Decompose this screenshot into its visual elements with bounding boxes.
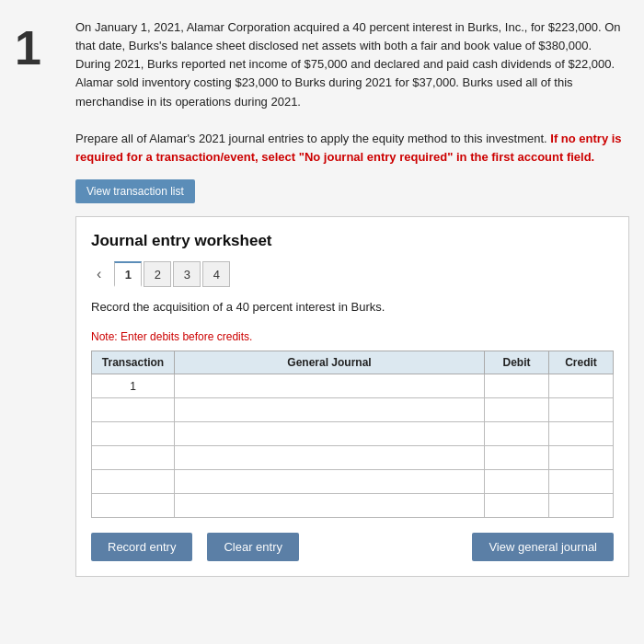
bottom-buttons: Record entry Clear entry View general jo… <box>91 533 614 561</box>
row4-credit-input[interactable] <box>549 446 614 470</box>
row1-transaction: 1 <box>92 374 175 398</box>
table-row <box>92 422 614 446</box>
tab-2[interactable]: 2 <box>144 261 171 287</box>
row2-transaction <box>92 398 175 422</box>
worksheet-title: Journal entry worksheet <box>91 232 614 250</box>
journal-table: Transaction General Journal Debit Credit… <box>91 351 614 518</box>
row5-credit-input[interactable] <box>549 470 614 494</box>
col-header-transaction: Transaction <box>92 351 175 374</box>
tab-prev-arrow[interactable]: ‹ <box>91 262 107 286</box>
table-row <box>92 470 614 494</box>
row2-debit-input[interactable] <box>485 398 549 422</box>
row6-credit-input[interactable] <box>549 494 614 518</box>
problem-text-main: On January 1, 2021, Alamar Corporation a… <box>75 20 621 109</box>
tab-4[interactable]: 4 <box>202 261 230 287</box>
col-header-debit: Debit <box>485 351 549 374</box>
row3-credit-input[interactable] <box>549 422 614 446</box>
view-transaction-list-button[interactable]: View transaction list <box>75 179 195 203</box>
row4-transaction <box>92 446 175 470</box>
worksheet-instruction: Record the acquisition of a 40 percent i… <box>91 300 614 314</box>
problem-description: On January 1, 2021, Alamar Corporation a… <box>75 18 629 167</box>
row3-journal-input[interactable] <box>175 422 485 446</box>
row3-debit-input[interactable] <box>485 422 549 446</box>
table-row <box>92 398 614 422</box>
row1-credit-input[interactable] <box>549 374 614 398</box>
row6-debit-input[interactable] <box>485 494 549 518</box>
row5-journal-input[interactable] <box>175 470 485 494</box>
row1-journal-input[interactable] <box>175 374 485 398</box>
row3-transaction <box>92 422 175 446</box>
tab-row: ‹ 1 2 3 4 <box>91 261 614 287</box>
view-general-journal-button[interactable]: View general journal <box>472 533 614 561</box>
journal-entry-worksheet: Journal entry worksheet ‹ 1 2 3 4 Record… <box>75 216 629 577</box>
clear-entry-button[interactable]: Clear entry <box>207 533 299 561</box>
row2-credit-input[interactable] <box>549 398 614 422</box>
tab-3[interactable]: 3 <box>173 261 201 287</box>
col-header-credit: Credit <box>549 351 614 374</box>
col-header-journal: General Journal <box>175 351 485 374</box>
row2-journal-input[interactable] <box>175 398 485 422</box>
row1-debit-input[interactable] <box>485 374 549 398</box>
problem-text-prepare: Prepare all of Alamar's 2021 journal ent… <box>75 132 550 145</box>
table-row <box>92 446 614 470</box>
record-entry-button[interactable]: Record entry <box>91 533 192 561</box>
row5-debit-input[interactable] <box>485 470 549 494</box>
problem-number: 1 <box>15 18 61 577</box>
table-row: 1 <box>92 374 614 398</box>
row5-transaction <box>92 470 175 494</box>
tab-1[interactable]: 1 <box>114 261 142 287</box>
note-text: Note: Enter debits before credits. <box>91 330 614 343</box>
row4-journal-input[interactable] <box>175 446 485 470</box>
row6-transaction <box>92 494 175 518</box>
row6-journal-input[interactable] <box>175 494 485 518</box>
row4-debit-input[interactable] <box>485 446 549 470</box>
table-row <box>92 494 614 518</box>
